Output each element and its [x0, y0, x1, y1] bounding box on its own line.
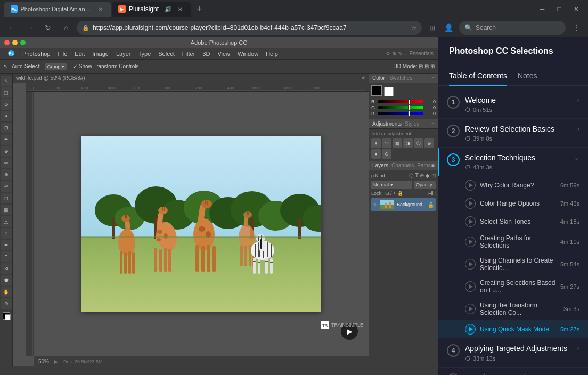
lesson-creating-selections-lu[interactable]: Creating Selections Based on Lu... 5m 27… [438, 275, 588, 298]
blend-mode-dropdown[interactable]: Normal ▾ [371, 181, 412, 189]
minimize-button[interactable]: ─ [535, 2, 550, 17]
hue-adj[interactable]: ◑ [403, 138, 413, 148]
forward-button[interactable]: → [22, 20, 37, 35]
menu-help[interactable]: Help [263, 50, 281, 58]
layers-menu[interactable]: ≡ [431, 162, 435, 168]
foreground-color-preview[interactable] [371, 85, 382, 96]
lesson-color-range-options[interactable]: Color Range Options 7m 43s [438, 194, 588, 213]
new-tab-button[interactable]: + [192, 2, 207, 17]
tab-notes[interactable]: Notes [518, 66, 537, 85]
tab-pluralsight[interactable]: ▶ Pluralsight 🔊 ✕ [112, 2, 191, 17]
lesson-play-btn-3[interactable] [465, 216, 476, 227]
foreground-color[interactable] [3, 312, 10, 320]
tab-table-of-contents[interactable]: Table of Contents [449, 66, 507, 85]
menu-window[interactable]: Window [234, 50, 262, 58]
maximize-button[interactable]: □ [552, 2, 567, 17]
lesson-using-channels[interactable]: Using Channels to Create Selectio... 5m … [438, 253, 588, 275]
bookmark-icon[interactable]: ☆ [411, 25, 416, 31]
lesson-creating-paths[interactable]: Creating Paths for Selections 4m 10s [438, 231, 588, 253]
search-bar[interactable]: 🔍 Search [459, 21, 566, 35]
green-track[interactable] [378, 106, 423, 109]
tool-zoom[interactable]: ⊕ [1, 298, 12, 309]
lesson-why-color-range[interactable]: Why Color Range? 6m 59s [438, 176, 588, 194]
tool-type[interactable]: T [1, 251, 12, 262]
tool-blur[interactable]: △ [1, 216, 12, 227]
tab-photoshop[interactable]: Ps Photoshop: Digital Art and Illu... ✕ [4, 2, 111, 17]
minimize-traffic-light[interactable] [12, 40, 18, 45]
canvas-close[interactable]: ✕ [361, 75, 365, 81]
menu-photoshop[interactable]: Photoshop [19, 50, 54, 58]
menu-button[interactable]: ⋮ [569, 20, 584, 35]
close-traffic-light[interactable] [4, 40, 10, 45]
photo-filter-adj[interactable]: ⊙ [382, 149, 391, 159]
tool-move[interactable]: ↖ [1, 76, 12, 86]
color-panel-menu[interactable]: ≡ [431, 75, 435, 81]
tool-eraser[interactable]: ◻ [1, 193, 12, 203]
lesson-transform-selection[interactable]: Using the Transform Selection Co... 3m 3… [438, 298, 588, 320]
lesson-play-btn-1[interactable] [465, 180, 476, 191]
tool-magic-wand[interactable]: ✦ [1, 111, 12, 121]
lesson-play-btn-5[interactable] [465, 259, 476, 270]
lesson-play-btn-4[interactable] [465, 237, 476, 247]
red-track[interactable] [378, 100, 423, 103]
menu-edit[interactable]: Edit [71, 50, 88, 58]
lesson-quick-mask[interactable]: Using Quick Mask Mode 5m 27s [438, 320, 588, 338]
menu-view[interactable]: View [214, 50, 233, 58]
maximize-traffic-light[interactable] [20, 40, 26, 45]
tab-close-ps[interactable]: ✕ [97, 5, 104, 13]
tool-eyedropper[interactable]: ✒ [1, 134, 12, 145]
home-button[interactable]: ⌂ [59, 20, 74, 35]
tool-hand[interactable]: ✋ [1, 287, 12, 297]
section-item-composite[interactable]: 5 Creating Composite Images ⏱ 28m 37s › [438, 368, 588, 375]
tool-gradient[interactable]: ▦ [1, 205, 12, 215]
layer-item-background[interactable]: 👁 Background 🔒 [371, 198, 436, 211]
menu-filter[interactable]: Filter [179, 50, 198, 58]
tool-pen[interactable]: ✒ [1, 240, 12, 250]
url-bar[interactable]: 🔒 https://app.pluralsight.com/course-pla… [77, 21, 422, 35]
tool-healing[interactable]: ⊕ [1, 146, 12, 157]
close-button[interactable]: ✕ [569, 2, 584, 17]
menu-layer[interactable]: Layer [113, 50, 134, 58]
adjustments-menu[interactable]: ≡ [431, 121, 435, 127]
lesson-play-btn-7[interactable] [465, 304, 476, 314]
tab-close-pluralsight[interactable]: ✕ [176, 5, 184, 13]
background-color-preview[interactable] [384, 87, 394, 96]
tool-dodge[interactable]: ○ [1, 228, 12, 239]
tool-lasso[interactable]: ⊙ [1, 99, 12, 110]
menu-file[interactable]: File [55, 50, 71, 58]
tool-clone[interactable]: ⊗ [1, 169, 12, 180]
brightness-adj[interactable]: ☀ [371, 138, 381, 148]
color-balance-adj[interactable]: ⊕ [424, 138, 434, 148]
layer-eye-icon[interactable]: 👁 [373, 202, 378, 207]
tool-shape[interactable]: ⬟ [1, 275, 12, 286]
menu-image[interactable]: Image [89, 50, 112, 58]
lesson-play-btn-2[interactable] [465, 198, 476, 209]
lesson-select-skin-tones[interactable]: Select Skin Tones 4m 18s [438, 213, 588, 231]
section-item-welcome[interactable]: 1 Welcome ⏱ 0m 51s › [438, 90, 588, 119]
section-item-review[interactable]: 2 Review of Selection Basics ⏱ 39m 8s › [438, 119, 588, 148]
section-item-techniques[interactable]: 3 Selection Techniques ⏱ 43m 3s ⌄ [438, 148, 588, 176]
tool-marquee[interactable]: ⬚ [1, 87, 12, 98]
saturation-adj[interactable]: ⬡ [414, 138, 423, 148]
levels-adj[interactable]: ▦ [393, 138, 402, 148]
opacity-field[interactable]: Opacity: [414, 181, 436, 189]
menu-type[interactable]: Type [135, 50, 154, 58]
lesson-play-btn-8[interactable] [465, 324, 476, 335]
tool-path[interactable]: ⊲ [1, 263, 12, 274]
tool-crop[interactable]: ⊡ [1, 123, 12, 133]
blue-track[interactable] [378, 112, 423, 115]
extensions-icon[interactable]: ⊞ [425, 20, 440, 35]
vibrance-adj[interactable]: ♦ [371, 149, 381, 159]
autoselect-dropdown[interactable]: Group ▾ [45, 63, 67, 70]
curves-adj[interactable]: ◠ [382, 138, 391, 148]
sync-icon[interactable]: 👤 [441, 20, 456, 35]
refresh-button[interactable]: ↻ [40, 20, 55, 35]
section-item-adjustments[interactable]: 4 Applying Targeted Adjustments ⏱ 33m 13… [438, 338, 588, 367]
tool-history[interactable]: ↩ [1, 181, 12, 192]
tool-brush[interactable]: ✏ [1, 158, 12, 168]
menu-select[interactable]: Select [155, 50, 178, 58]
back-button[interactable]: ← [4, 20, 19, 35]
background-color[interactable] [5, 314, 11, 320]
lesson-play-btn-6[interactable] [465, 281, 476, 292]
menu-3d[interactable]: 3D [199, 50, 213, 58]
